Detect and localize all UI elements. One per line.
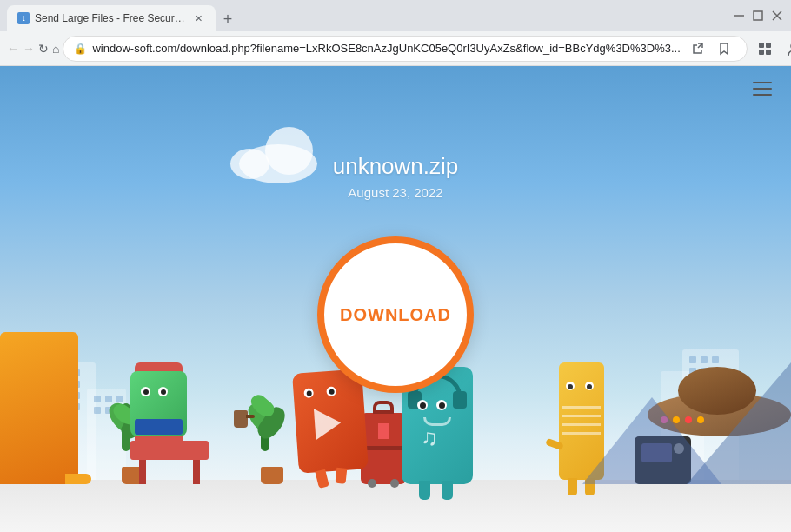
svg-rect-5 <box>766 43 771 48</box>
url-text: window-soft.com/download.php?filename=Lx… <box>92 42 680 55</box>
chair-area <box>130 362 252 484</box>
lock-icon: 🔒 <box>74 43 87 55</box>
laptop-screen <box>135 419 183 435</box>
coffee-cup <box>234 410 248 428</box>
cup-handle <box>246 415 255 418</box>
file-info-container: unknown.zip August 23, 2022 <box>333 153 459 200</box>
chair-leg-left <box>139 458 146 484</box>
teal-leg-left <box>419 481 430 500</box>
menu-line-1 <box>753 82 772 83</box>
filename-label: unknown.zip <box>333 153 459 180</box>
url-bar[interactable]: 🔒 window-soft.com/download.php?filename=… <box>63 36 747 62</box>
teal-pupil-left <box>420 402 426 409</box>
plant-right-leaves <box>252 389 291 467</box>
svg-rect-7 <box>766 50 771 55</box>
plant-pot-right <box>261 467 283 484</box>
mountain-left <box>582 397 721 484</box>
webpage: unknown.zip August 23, 2022 DOWNLOAD <box>0 66 791 532</box>
headphone-right-cup <box>453 391 467 409</box>
browser-frame: t Send Large Files - Free Secure Fi... ✕… <box>0 0 791 532</box>
svg-rect-4 <box>759 43 764 48</box>
green-pupil-right <box>161 389 166 395</box>
yellow-pupil-left <box>568 384 573 389</box>
window-controls <box>732 9 784 23</box>
suitcase-clasp <box>378 423 389 439</box>
tab-favicon: t <box>17 12 30 24</box>
suitcase-stripe <box>361 446 406 450</box>
orange-file-character <box>0 332 78 484</box>
chair-leg-right <box>193 458 200 484</box>
svg-rect-1 <box>754 11 762 20</box>
url-actions <box>686 37 736 61</box>
tab-title: Send Large Files - Free Secure Fi... <box>35 12 186 24</box>
back-button[interactable]: ← <box>7 37 19 61</box>
chair-seat <box>130 441 209 460</box>
tab-strip: t Send Large Files - Free Secure Fi... ✕… <box>7 0 728 31</box>
menu-line-2 <box>753 88 772 90</box>
menu-line-3 <box>753 94 772 96</box>
home-button[interactable]: ⌂ <box>52 37 59 61</box>
teal-smile <box>423 417 451 426</box>
bookmark-icon[interactable] <box>712 37 736 61</box>
play-icon <box>314 407 342 440</box>
green-file-character <box>130 371 187 436</box>
minimize-icon <box>732 9 746 23</box>
yellow-pupil-right <box>587 384 592 389</box>
tab-close-button[interactable]: ✕ <box>191 11 205 25</box>
suitcase <box>361 413 406 484</box>
teal-leg-right <box>442 481 453 500</box>
wheel-left <box>368 479 376 488</box>
teal-pupil-right <box>439 402 445 409</box>
profile-icon[interactable] <box>781 35 791 63</box>
address-bar: ← → ↻ ⌂ 🔒 window-soft.com/download.php?f… <box>0 31 791 66</box>
wheel-right <box>390 479 399 488</box>
green-pupil-left <box>143 389 149 395</box>
active-tab[interactable]: t Send Large Files - Free Secure Fi... ✕ <box>7 5 216 31</box>
new-tab-button[interactable]: + <box>216 7 240 31</box>
share-icon[interactable] <box>686 37 710 61</box>
title-bar: t Send Large Files - Free Secure Fi... ✕… <box>0 0 791 31</box>
maximize-icon <box>751 9 765 23</box>
download-button[interactable]: DOWNLOAD <box>317 236 474 393</box>
yellow-leg-left <box>568 478 577 495</box>
music-note-icon: ♫ <box>421 426 438 449</box>
toolbar-actions <box>751 35 791 63</box>
ground-floor <box>0 480 791 532</box>
orange-file-arm <box>65 474 91 484</box>
plant-right <box>252 389 291 484</box>
orange-file-body <box>0 332 78 484</box>
close-icon <box>770 9 784 23</box>
cloud-main-body <box>239 144 317 183</box>
yellow-arm <box>545 438 564 450</box>
svg-rect-6 <box>759 50 764 55</box>
filedate-label: August 23, 2022 <box>333 185 459 200</box>
extensions-icon[interactable] <box>751 35 779 63</box>
red-leg-right <box>336 468 348 484</box>
suitcase-handle <box>373 401 394 414</box>
hamburger-menu-button[interactable] <box>748 76 777 101</box>
reload-button[interactable]: ↻ <box>38 37 49 61</box>
red-file-character <box>292 369 369 473</box>
download-label: DOWNLOAD <box>340 305 451 325</box>
forward-button[interactable]: → <box>23 37 35 61</box>
